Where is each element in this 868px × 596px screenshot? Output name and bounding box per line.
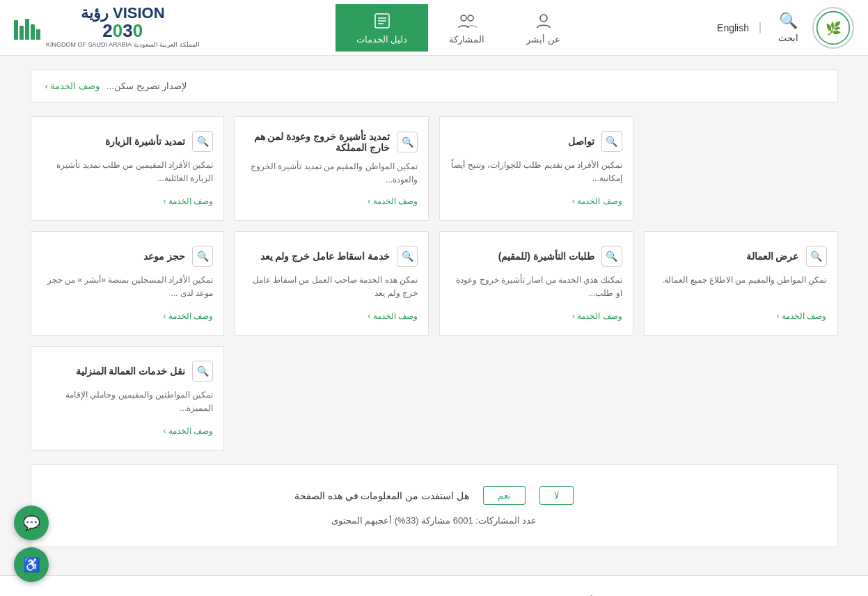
service-desc-ard-uamala: تمكن المواطن والمقيم من الاطلاع جميع الع…: [655, 274, 827, 287]
chat-button[interactable]: 💬: [14, 505, 49, 540]
vision-logo: VISION رؤية 2030 المملكة العربية السعودي…: [14, 6, 200, 49]
service-link-hajz-mawid[interactable]: وصف الخدمة ›: [42, 311, 214, 321]
service-card-ard-uamala: 🔍 عرض العمالة تمكن المواطن والمقيم من ال…: [644, 231, 838, 336]
search-label: ابحث: [778, 33, 798, 43]
nav-item-about[interactable]: عن أبشر: [505, 4, 581, 52]
empty-r3-col2: [439, 346, 633, 450]
main-content: لإصدار تصريح سكن... 🔍 تواصل تمكين الأفرا…: [17, 56, 852, 575]
nav-label-about: عن أبشر: [526, 34, 560, 45]
service-title-hajz-mawid: حجز موعد: [42, 251, 186, 262]
search-btn-tamdeed-ziyara[interactable]: 🔍: [192, 131, 213, 152]
nav-label-daleel: دليل الخدمات: [356, 34, 408, 45]
service-desc-link[interactable]: [45, 81, 100, 91]
svg-point-4: [468, 15, 473, 21]
service-desc-hajz-mawid: تمكين الأفراد المسجلين بمنصة «أبشر » من …: [42, 274, 214, 300]
service-card-tamdeed-ziyara: 🔍 تمديد تأشيرة الزيارة تمكين الأفراد الم…: [31, 116, 225, 221]
service-card-tamdeed-khurooj: 🔍 تمديد تأشيرة خروج وعودة لمن هم خارج ال…: [235, 116, 429, 221]
search-btn-tamdeed-khurooj[interactable]: 🔍: [397, 132, 418, 152]
card-header-naql-uamala: 🔍 نقل خدمات العمالة المنزلية: [42, 361, 214, 382]
search-btn-talabat-tashira[interactable]: 🔍: [601, 246, 622, 267]
service-desc-isqat-amel: تمكن هذه الخدمة صاحب العمل من اسقاط عامل…: [246, 274, 418, 300]
service-card-isqat-amel: 🔍 خدمة اسقاط عامل خرج ولم يعد تمكن هذه ا…: [235, 231, 429, 336]
services-row-3: 🔍 نقل خدمات العمالة المنزلية تمكين الموا…: [31, 346, 838, 450]
bars-chart-icon: [14, 15, 40, 40]
empty-r3-col3: [235, 346, 429, 450]
header-right: 🌿 🔍 ابحث English: [717, 7, 854, 49]
card-header-talabat-tashira: 🔍 طلبات التأشيرة (للمقيم): [450, 246, 622, 267]
service-desc-tawasal: تمكين الأفراد من تقديم طلب للجوازات، وتت…: [450, 159, 622, 185]
search-icon: 🔍: [779, 12, 798, 30]
empty-r3-col1: [644, 346, 838, 450]
service-desc-talabat-tashira: تمكنك هذي الخدمة من اصار تأشيرة خروج وعو…: [450, 274, 622, 300]
feedback-stats: عدد المشاركات: 6001 مشاركة (33%) أعجبهم …: [45, 515, 823, 526]
svg-text:🌿: 🌿: [826, 20, 842, 36]
logo: 🌿: [812, 7, 854, 49]
card-header-tamdeed-khurooj: 🔍 تمديد تأشيرة خروج وعودة لمن هم خارج ال…: [246, 131, 418, 153]
svg-point-3: [461, 15, 466, 21]
service-card-hajz-mawid: 🔍 حجز موعد تمكين الأفراد المسجلين بمنصة …: [31, 231, 225, 336]
english-link[interactable]: English: [717, 22, 761, 33]
banner-text: لإصدار تصريح سكن...: [106, 81, 187, 91]
services-row-1: 🔍 تواصل تمكين الأفراد من تقديم طلب للجوا…: [31, 116, 838, 221]
service-title-tamdeed-khurooj: تمديد تأشيرة خروج وعودة لمن هم خارج المم…: [246, 131, 390, 153]
card-header-ard-uamala: 🔍 عرض العمالة: [655, 246, 827, 267]
nav-label-musharaka: المشاركة: [449, 34, 484, 45]
search-btn-hajz-mawid[interactable]: 🔍: [192, 246, 213, 267]
empty-placeholder-1: [644, 116, 838, 221]
service-desc-naql-uamala: تمكين المواطنين والمقيمين وحاملي الإقامة…: [42, 389, 214, 415]
service-title-tawasal: تواصل: [450, 136, 594, 147]
search-button[interactable]: 🔍 ابحث: [778, 12, 798, 43]
feedback-question: هل استفدت من المعلومات في هذه الصفحة: [294, 490, 469, 501]
feedback-section: لا نعم هل استفدت من المعلومات في هذه الص…: [31, 464, 838, 547]
nav-item-musharaka[interactable]: المشاركة: [428, 4, 505, 52]
card-header-isqat-amel: 🔍 خدمة اسقاط عامل خرج ولم يعد: [246, 246, 418, 267]
services-row-2: 🔍 عرض العمالة تمكن المواطن والمقيم من ال…: [31, 231, 838, 336]
service-link-tamdeed-khurooj[interactable]: وصف الخدمة ›: [246, 196, 418, 206]
search-btn-isqat-amel[interactable]: 🔍: [397, 246, 418, 267]
feedback-yes-btn[interactable]: نعم: [483, 486, 526, 505]
feedback-no-btn[interactable]: لا: [539, 486, 574, 505]
service-card-tawasal: 🔍 تواصل تمكين الأفراد من تقديم طلب للجوا…: [439, 116, 633, 221]
header-left: VISION رؤية 2030 المملكة العربية السعودي…: [14, 6, 200, 49]
service-title-naql-uamala: نقل خدمات العمالة المنزلية: [42, 366, 186, 377]
service-link-naql-uamala[interactable]: وصف الخدمة ›: [42, 426, 214, 436]
card-header-tamdeed-ziyara: 🔍 تمديد تأشيرة الزيارة: [42, 131, 214, 152]
service-card-talabat-tashira: 🔍 طلبات التأشيرة (للمقيم) تمكنك هذي الخد…: [439, 231, 633, 336]
service-desc-tamdeed-ziyara: تمكين الأفراد المقيمين من طلب تمديد تأشي…: [42, 159, 214, 185]
search-btn-tawasal[interactable]: 🔍: [601, 131, 622, 152]
nav-item-daleel[interactable]: دليل الخدمات: [336, 4, 429, 52]
vision-subtitle: المملكة العربية السعودية KINGDOM OF SAUD…: [46, 41, 200, 49]
search-btn-naql-uamala[interactable]: 🔍: [192, 361, 213, 382]
service-link-tawasal[interactable]: وصف الخدمة ›: [450, 196, 622, 206]
service-title-ard-uamala: عرض العمالة: [655, 251, 799, 262]
service-title-talabat-tashira: طلبات التأشيرة (للمقيم): [450, 251, 594, 262]
header-nav: عن أبشر المشاركة دليل الخدمات: [336, 4, 581, 52]
search-btn-ard-uamala[interactable]: 🔍: [806, 246, 827, 267]
header: 🌿 🔍 ابحث English عن أبشر المشاركة: [0, 0, 868, 56]
service-link-talabat-tashira[interactable]: وصف الخدمة ›: [450, 311, 622, 321]
service-desc-banner: لإصدار تصريح سكن...: [31, 70, 838, 102]
footer: وسائل التواصل الاجتماعي 📷 f ✕ ▶ عن منصة …: [0, 575, 868, 596]
service-link-tamdeed-ziyara[interactable]: وصف الخدمة ›: [42, 196, 214, 206]
service-title-tamdeed-ziyara: تمديد تأشيرة الزيارة: [42, 136, 186, 147]
service-desc-tamdeed-khurooj: تمكين المواطن والمقيم من تمديد تأشيرة ال…: [246, 160, 418, 187]
svg-point-2: [540, 15, 547, 22]
feedback-row: لا نعم هل استفدت من المعلومات في هذه الص…: [45, 486, 823, 505]
accessibility-button[interactable]: ♿: [14, 547, 49, 582]
card-header-tawasal: 🔍 تواصل: [450, 131, 622, 152]
service-title-isqat-amel: خدمة اسقاط عامل خرج ولم يعد: [246, 251, 390, 262]
service-link-ard-uamala[interactable]: وصف الخدمة ›: [655, 311, 827, 321]
service-link-isqat-amel[interactable]: وصف الخدمة ›: [246, 311, 418, 321]
card-header-hajz-mawid: 🔍 حجز موعد: [42, 246, 214, 267]
service-card-naql-uamala: 🔍 نقل خدمات العمالة المنزلية تمكين الموا…: [31, 346, 225, 450]
